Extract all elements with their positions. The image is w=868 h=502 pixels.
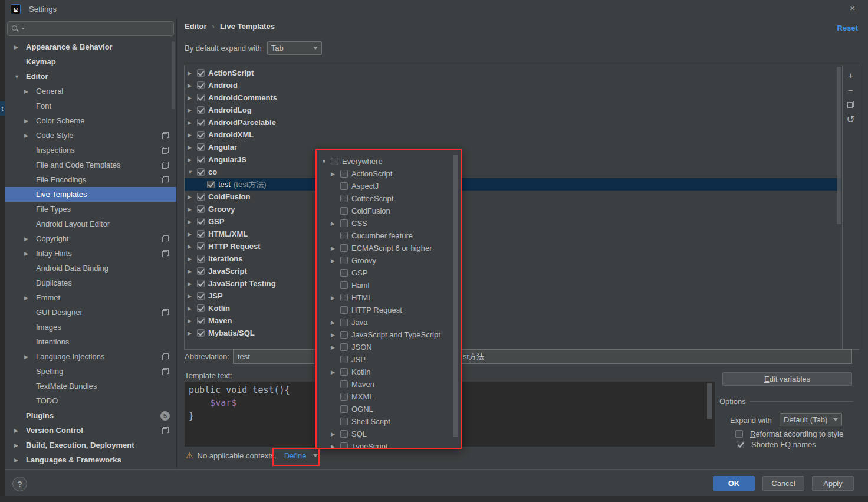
context-row[interactable]: ▶ Java [317, 316, 461, 329]
sidebar-item[interactable]: ▶ Languages & Frameworks [5, 452, 176, 467]
expand-arrow-icon[interactable]: ▶ [24, 295, 36, 301]
context-row[interactable]: ▶ JavaScript and TypeScript [317, 329, 461, 341]
expand-arrow-icon[interactable]: ▶ [331, 444, 340, 449]
context-checkbox[interactable] [340, 356, 348, 363]
context-checkbox[interactable] [340, 442, 348, 449]
cancel-button[interactable]: Cancel [762, 476, 804, 491]
expand-arrow-icon[interactable]: ▶ [24, 251, 36, 257]
edit-variables-button[interactable]: Edit variables [722, 372, 852, 386]
sidebar-item[interactable]: ▶ Copyright [5, 231, 176, 246]
template-tree-row[interactable]: ▶ Maven [185, 314, 841, 327]
context-row[interactable]: AspectJ [317, 180, 461, 192]
template-checkbox[interactable] [197, 317, 205, 324]
sidebar-item[interactable]: Font [5, 99, 176, 113]
duplicate-icon[interactable] [846, 100, 856, 109]
expand-arrow-icon[interactable]: ▶ [188, 231, 197, 237]
template-tree-row[interactable]: ▶ Kotlin [185, 302, 841, 314]
expand-arrow-icon[interactable]: ▶ [331, 369, 340, 375]
template-checkbox[interactable] [197, 131, 205, 139]
expand-arrow-icon[interactable]: ▶ [331, 245, 340, 251]
expand-arrow-icon[interactable]: ▼ [321, 159, 331, 165]
expand-arrow-icon[interactable]: ▶ [188, 194, 197, 200]
template-checkbox[interactable] [197, 292, 205, 300]
template-tree-row[interactable]: ▶ JavaScript Testing [185, 277, 841, 290]
context-checkbox[interactable] [340, 380, 348, 388]
expand-arrow-icon[interactable]: ▶ [331, 344, 340, 350]
context-checkbox[interactable] [340, 368, 348, 376]
sidebar-item[interactable]: ▶ Build, Execution, Deployment [5, 438, 176, 452]
context-row[interactable]: Haml [317, 279, 461, 291]
expand-arrow-icon[interactable]: ▶ [331, 295, 340, 301]
context-checkbox[interactable] [340, 257, 348, 264]
sidebar-item[interactable]: File and Code Templates [5, 158, 176, 172]
search-options-chevron-icon[interactable] [21, 28, 25, 29]
template-tree-row[interactable]: ▶ HTTP Request [185, 240, 841, 252]
template-checkbox[interactable] [197, 193, 205, 201]
expand-arrow-icon[interactable]: ▶ [188, 306, 197, 311]
expand-arrow-icon[interactable]: ▶ [188, 95, 197, 101]
sidebar-item[interactable]: TODO [5, 393, 176, 408]
sidebar-item[interactable]: ▶ Emmet [5, 290, 176, 305]
context-row[interactable]: ▶ CSS [317, 217, 461, 229]
context-row[interactable]: OGNL [317, 403, 461, 415]
sidebar-item[interactable]: ▶ Language Injections [5, 349, 176, 364]
context-row[interactable]: Cucumber feature [317, 229, 461, 242]
sidebar-item[interactable]: Inspections [5, 143, 176, 158]
context-checkbox[interactable] [340, 430, 348, 438]
sidebar-item[interactable]: ▼ Editor [5, 69, 176, 84]
context-checkbox[interactable] [340, 281, 348, 289]
sidebar-item[interactable]: ▶ Inlay Hints [5, 246, 176, 261]
reformat-option[interactable]: Reformat according to style [735, 429, 843, 438]
expand-with-select[interactable]: Default (Tab) [780, 413, 842, 426]
context-row[interactable]: ▶ JSON [317, 341, 461, 353]
template-tree-row[interactable]: ▶ JavaScript [185, 265, 841, 277]
add-icon[interactable]: + [846, 70, 856, 80]
context-row[interactable]: Shell Script [317, 415, 461, 428]
expand-arrow-icon[interactable]: ▶ [188, 145, 197, 150]
context-checkbox[interactable] [340, 294, 348, 301]
context-row[interactable]: ▶ SQL [317, 428, 461, 440]
sidebar-item[interactable]: ▶ Version Control [5, 423, 176, 438]
context-checkbox[interactable] [340, 405, 348, 413]
context-checkbox[interactable] [340, 195, 348, 202]
template-checkbox[interactable] [197, 329, 205, 337]
default-expand-select[interactable]: Tab [267, 41, 322, 55]
template-tree-row[interactable]: ▶ Angular [185, 141, 841, 153]
expand-arrow-icon[interactable]: ▶ [188, 268, 197, 274]
context-checkbox[interactable] [340, 269, 348, 277]
context-checkbox[interactable] [340, 219, 348, 227]
expand-arrow-icon[interactable]: ▶ [188, 132, 197, 138]
context-checkbox[interactable] [340, 232, 348, 239]
sidebar-item[interactable]: Duplicates [5, 275, 176, 290]
shorten-fq-checkbox[interactable] [737, 441, 744, 448]
context-checkbox[interactable] [340, 418, 348, 425]
expand-arrow-icon[interactable]: ▶ [14, 442, 26, 448]
template-checkbox[interactable] [197, 255, 205, 263]
popup-scrollbar[interactable] [453, 155, 458, 437]
context-checkbox[interactable] [340, 170, 348, 178]
sidebar-item[interactable]: File Types [5, 202, 176, 216]
sidebar-item[interactable]: Images [5, 320, 176, 334]
template-tree-row[interactable]: ▶ ActionScript [185, 67, 841, 79]
expand-arrow-icon[interactable]: ▶ [331, 332, 340, 338]
template-checkbox[interactable] [197, 119, 205, 126]
context-row[interactable]: ▶ HTML [317, 291, 461, 304]
template-tree-row[interactable]: ▶ GSP [185, 215, 841, 228]
template-checkbox[interactable] [197, 69, 205, 77]
template-checkbox[interactable] [197, 81, 205, 89]
apply-button[interactable]: Apply [812, 476, 854, 491]
ok-button[interactable]: OK [713, 476, 755, 491]
sidebar-item[interactable]: Keymap [5, 54, 176, 69]
expand-arrow-icon[interactable]: ▶ [24, 118, 36, 124]
template-tree-row[interactable]: ▶ AndroidComments [185, 91, 841, 104]
expand-arrow-icon[interactable]: ▶ [188, 70, 197, 76]
expand-arrow-icon[interactable]: ▶ [24, 354, 36, 360]
template-tree-row[interactable]: ▶ AndroidParcelable [185, 116, 841, 129]
expand-arrow-icon[interactable]: ▶ [331, 221, 340, 227]
context-row[interactable]: Maven [317, 378, 461, 391]
expand-arrow-icon[interactable]: ▼ [14, 74, 26, 80]
expand-arrow-icon[interactable]: ▶ [331, 258, 340, 264]
template-checkbox[interactable] [197, 205, 205, 213]
context-row[interactable]: ▶ Kotlin [317, 366, 461, 378]
context-row[interactable]: JSP [317, 353, 461, 366]
